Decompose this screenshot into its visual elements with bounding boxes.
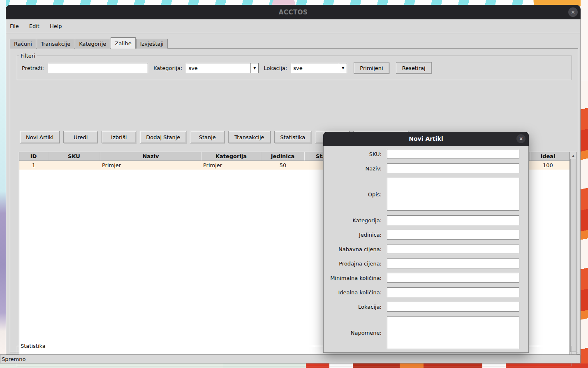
toolbar-button-uredi[interactable]: Uredi bbox=[63, 131, 98, 143]
dialog-field-naziv[interactable] bbox=[387, 163, 519, 173]
dialog-field-row: Kategorija: bbox=[328, 215, 528, 225]
vertical-scrollbar[interactable]: ▲ ▼ bbox=[570, 152, 577, 359]
column-header-kategorija[interactable]: Kategorija bbox=[201, 152, 261, 161]
status-text: Spremno bbox=[2, 356, 25, 362]
dialog-field-row: Napomene: bbox=[328, 316, 528, 349]
dialog-field-sku[interactable] bbox=[387, 149, 519, 159]
dialog-label-naziv: Naziv: bbox=[328, 165, 382, 172]
toolbar-button-transakcije[interactable]: Transakcije bbox=[228, 131, 270, 143]
dialog-field-napomene[interactable] bbox=[387, 316, 519, 349]
toolbar-button-novi-artikl[interactable]: Novi Artikl bbox=[20, 131, 60, 143]
table-cell bbox=[48, 161, 100, 170]
chevron-down-icon[interactable]: ▼ bbox=[339, 63, 347, 73]
column-header-naziv[interactable]: Naziv bbox=[100, 152, 201, 161]
column-header-ideal[interactable]: Ideal bbox=[530, 152, 565, 161]
tab-izvje-taji[interactable]: Izvještaji bbox=[136, 39, 168, 49]
dialog-label-prodajna-cijena: Prodajna cijena: bbox=[328, 261, 382, 267]
dialog-label-minimalna-koli-ina: Minimalna količina: bbox=[328, 275, 382, 281]
toolbar-button-dodaj-stanje[interactable]: Dodaj Stanje bbox=[140, 131, 186, 143]
dialog-titlebar[interactable]: Novi Artikl ✕ bbox=[323, 132, 529, 146]
dialog-field-row: Jedinica: bbox=[328, 230, 528, 240]
table-cell: 1 bbox=[19, 161, 48, 170]
stats-legend: Statistika bbox=[19, 343, 47, 349]
dialog-field-row: Lokacija: bbox=[328, 302, 528, 312]
dialog-label-idealna-koli-ina: Idealna količina: bbox=[328, 289, 382, 296]
dialog-field-row: Nabavna cijena: bbox=[328, 244, 528, 254]
scroll-up-icon[interactable]: ▲ bbox=[570, 152, 576, 159]
category-label: Kategorija: bbox=[153, 65, 182, 71]
menu-file[interactable]: File bbox=[9, 22, 19, 30]
reset-filter-button[interactable]: Resetiraj bbox=[396, 62, 432, 74]
dialog-field-nabavna-cijena[interactable] bbox=[387, 244, 519, 254]
dialog-field-row: Minimalna količina: bbox=[328, 273, 528, 283]
filters-legend: Filteri bbox=[19, 53, 37, 59]
tab-transakcije[interactable]: Transakcije bbox=[37, 39, 74, 49]
column-header-jedinica[interactable]: Jedinica bbox=[261, 152, 305, 161]
apply-filter-button[interactable]: Primijeni bbox=[354, 62, 389, 74]
dialog-field-idealna-koli-ina[interactable] bbox=[387, 287, 519, 297]
location-label: Lokacija: bbox=[264, 65, 287, 71]
dialog-field-row: Opis: bbox=[328, 178, 528, 211]
dialog-field-row: Idealna količina: bbox=[328, 287, 528, 297]
dialog-label-kategorija: Kategorija: bbox=[328, 217, 382, 224]
chevron-glyph: ▼ bbox=[253, 66, 256, 70]
dialog-label-napomene: Napomene: bbox=[328, 330, 382, 336]
dialog-body: SKU:Naziv:Opis:Kategorija:Jedinica:Nabav… bbox=[323, 146, 529, 353]
dialog-field-row: Prodajna cijena: bbox=[328, 259, 528, 268]
window-titlebar[interactable]: ACCTOS ✕ bbox=[6, 5, 581, 19]
tab-kategorije[interactable]: Kategorije bbox=[75, 39, 110, 49]
dialog-field-opis[interactable] bbox=[387, 178, 519, 211]
chevron-glyph: ▼ bbox=[342, 66, 344, 70]
window-close-icon[interactable]: ✕ bbox=[568, 7, 578, 17]
location-select[interactable]: sve ▼ bbox=[291, 63, 347, 73]
scrollbar-thumb[interactable] bbox=[570, 159, 576, 352]
wallpaper-left-band bbox=[0, 0, 6, 368]
tabbar: RačuniTransakcijeKategorijeZaliheIzvješt… bbox=[10, 37, 168, 49]
dialog-label-lokacija: Lokacija: bbox=[328, 304, 382, 310]
dialog-title: Novi Artikl bbox=[409, 135, 443, 142]
filters-groupbox: Filteri Pretraži: Kategorija: sve ▼ Loka… bbox=[17, 53, 572, 80]
search-input[interactable] bbox=[48, 63, 148, 73]
column-header-sku[interactable]: SKU bbox=[48, 152, 100, 161]
tab-ra-uni[interactable]: Računi bbox=[10, 39, 36, 49]
dialog-field-kategorija[interactable] bbox=[387, 215, 519, 225]
menubar: FileEditHelp bbox=[6, 19, 580, 33]
table-cell: Primjer bbox=[100, 161, 201, 170]
tab-zalihe[interactable]: Zalihe bbox=[111, 37, 135, 49]
table-cell: 100 bbox=[530, 161, 565, 170]
table-cell: Primjer bbox=[201, 161, 261, 170]
menu-edit[interactable]: Edit bbox=[29, 22, 40, 30]
dialog-field-minimalna-koli-ina[interactable] bbox=[387, 273, 519, 283]
column-header-id[interactable]: ID bbox=[19, 152, 48, 161]
dialog-label-sku: SKU: bbox=[328, 151, 382, 157]
dialog-field-row: SKU: bbox=[328, 149, 528, 159]
dialog-label-jedinica: Jedinica: bbox=[328, 232, 382, 238]
dialog-label-opis: Opis: bbox=[328, 191, 382, 198]
chevron-down-icon[interactable]: ▼ bbox=[250, 63, 258, 73]
toolbar-button-izbri-i[interactable]: Izbriši bbox=[102, 131, 136, 143]
search-label: Pretraži: bbox=[22, 65, 44, 71]
location-selected-value: sve bbox=[291, 65, 339, 71]
toolbar-button-stanje[interactable]: Stanje bbox=[190, 131, 225, 143]
wallpaper-right-band bbox=[581, 0, 588, 368]
filters-row: Pretraži: Kategorija: sve ▼ Lokacija: sv… bbox=[17, 59, 572, 77]
dialog-close-icon[interactable]: ✕ bbox=[516, 134, 525, 143]
dialog-field-row: Naziv: bbox=[328, 163, 528, 173]
menu-help[interactable]: Help bbox=[49, 22, 63, 30]
window-title: ACCTOS bbox=[279, 9, 308, 16]
dialog-field-prodajna-cijena[interactable] bbox=[387, 259, 519, 268]
dialog-field-jedinica[interactable] bbox=[387, 230, 519, 240]
table-cell: 50 bbox=[261, 161, 305, 170]
statusbar: Spremno bbox=[0, 354, 581, 363]
category-select[interactable]: sve ▼ bbox=[186, 63, 259, 73]
dialog-label-nabavna-cijena: Nabavna cijena: bbox=[328, 246, 382, 252]
novi-artikl-dialog: Novi Artikl ✕ SKU:Naziv:Opis:Kategorija:… bbox=[323, 132, 529, 353]
dialog-field-lokacija[interactable] bbox=[387, 302, 519, 312]
toolbar-button-statistika[interactable]: Statistika bbox=[274, 131, 312, 143]
category-selected-value: sve bbox=[186, 65, 250, 71]
